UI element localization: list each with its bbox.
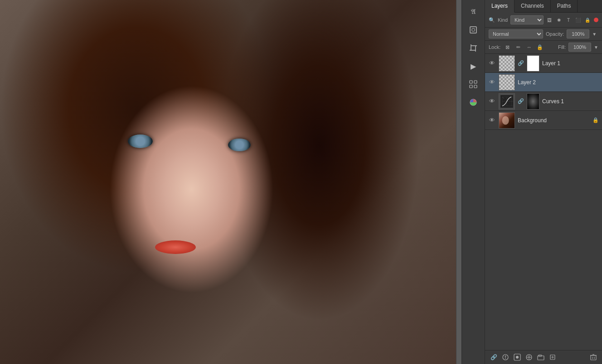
eye-right-decoration xyxy=(228,139,251,151)
add-mask-button[interactable] xyxy=(512,352,522,362)
svg-rect-1 xyxy=(472,29,475,31)
panel-tabs: Layers Channels Paths xyxy=(485,0,602,13)
blend-row: Normal Dissolve Multiply Screen Overlay … xyxy=(485,28,602,41)
layer1-chain-icon: 🔗 xyxy=(518,55,524,72)
blend-mode-select[interactable]: Normal Dissolve Multiply Screen Overlay xyxy=(489,29,543,38)
delete-layer-button[interactable] xyxy=(588,352,598,362)
opacity-input[interactable] xyxy=(567,29,589,38)
layer-list: 👁 🔗 Layer 1 👁 Layer 2 👁 xyxy=(485,54,602,350)
layers-panel: Layers Channels Paths 🔍 Kind Kind 🖼 ✱ T … xyxy=(485,0,602,364)
background-thumbnail xyxy=(499,112,515,129)
fill-label: Fill: xyxy=(558,44,566,50)
layer1-name: Layer 1 xyxy=(542,60,599,67)
layer2-name: Layer 2 xyxy=(518,79,599,86)
photo-canvas xyxy=(0,0,456,364)
grid-tool-icon[interactable] xyxy=(465,76,481,92)
filter-label: Kind xyxy=(498,17,508,23)
new-adjustment-button[interactable] xyxy=(524,352,534,362)
layer-item-layer1[interactable]: 👁 🔗 Layer 1 xyxy=(485,54,602,73)
background-name: Background xyxy=(518,117,589,124)
lock-all-icon[interactable]: 🔒 xyxy=(536,43,544,51)
curves1-chain-icon: 🔗 xyxy=(518,93,524,110)
svg-rect-6 xyxy=(470,81,472,83)
background-visibility-toggle[interactable]: 👁 xyxy=(488,116,496,125)
layer2-thumbnail xyxy=(499,74,515,91)
lock-row: Lock: ⊠ ✏ ↔ 🔒 Fill: ▼ xyxy=(485,41,602,54)
curves1-mask-thumbnail xyxy=(527,93,539,110)
color-tool-icon[interactable] xyxy=(465,94,481,110)
filter-active-dot[interactable] xyxy=(594,18,598,22)
filter-smart-icon[interactable]: 🔒 xyxy=(583,16,592,24)
filter-select[interactable]: Kind xyxy=(510,15,544,24)
curves1-name: Curves 1 xyxy=(542,98,599,105)
tab-channels[interactable]: Channels xyxy=(515,0,551,12)
filter-icons: 🖼 ✱ T ⬛ 🔒 xyxy=(545,16,598,24)
layer-item-curves1[interactable]: 👁 🔗 Curves 1 xyxy=(485,92,602,111)
svg-text:f: f xyxy=(505,354,506,360)
lock-transparent-icon[interactable]: ⊠ xyxy=(503,43,511,51)
shape-tool-icon[interactable] xyxy=(465,22,481,38)
new-group-button[interactable] xyxy=(536,352,546,362)
svg-rect-33 xyxy=(591,355,596,360)
filter-pixel-icon[interactable]: 🖼 xyxy=(545,16,553,24)
svg-rect-7 xyxy=(474,81,477,83)
svg-rect-9 xyxy=(474,85,477,88)
new-layer-button[interactable] xyxy=(548,352,558,362)
link-layers-button[interactable]: 🔗 xyxy=(489,352,499,362)
play-tool-icon[interactable]: ▶ xyxy=(465,58,481,74)
layer1-visibility-toggle[interactable]: 👁 xyxy=(488,59,496,67)
scroll-divider xyxy=(456,0,461,364)
right-panel: 𝔄 ▶ Layers Channels Paths 🔍 Kind Kind xyxy=(461,0,602,364)
layer2-visibility-toggle[interactable]: 👁 xyxy=(488,78,496,86)
opacity-chevron[interactable]: ▼ xyxy=(592,32,597,37)
filter-row: 🔍 Kind Kind 🖼 ✱ T ⬛ 🔒 xyxy=(485,13,602,28)
tab-layers[interactable]: Layers xyxy=(485,0,515,13)
curves1-visibility-toggle[interactable]: 👁 xyxy=(488,97,496,105)
lock-image-icon[interactable]: ✏ xyxy=(514,43,522,51)
filter-shape-icon[interactable]: ⬛ xyxy=(574,16,582,24)
text-tool-icon[interactable]: 𝔄 xyxy=(465,4,481,20)
lips-decoration xyxy=(155,240,196,254)
filter-adjust-icon[interactable]: ✱ xyxy=(555,16,563,24)
canvas-area xyxy=(0,0,456,364)
layer-item-background[interactable]: 👁 xyxy=(485,111,602,130)
svg-point-20 xyxy=(502,116,509,125)
fill-chevron[interactable]: ▼ xyxy=(594,45,598,50)
toolbox: 𝔄 ▶ xyxy=(461,0,485,364)
add-style-button[interactable]: f xyxy=(500,352,510,362)
background-lock-icon: 🔒 xyxy=(592,117,599,124)
svg-rect-8 xyxy=(470,85,472,88)
tab-paths[interactable]: Paths xyxy=(551,0,578,12)
crop-tool-icon[interactable] xyxy=(465,40,481,56)
layer1-thumbnail xyxy=(499,55,515,72)
svg-point-24 xyxy=(516,356,519,359)
layer-bottom-toolbar: 🔗 f xyxy=(485,350,602,364)
curves1-adj-thumbnail xyxy=(499,93,515,110)
layer1-mask-thumbnail xyxy=(527,55,539,72)
svg-rect-0 xyxy=(470,27,476,33)
lock-position-icon[interactable]: ↔ xyxy=(525,43,533,51)
layer-item-layer2[interactable]: 👁 Layer 2 xyxy=(485,73,602,92)
lock-label: Lock: xyxy=(489,44,500,50)
filter-search-icon: 🔍 xyxy=(489,17,495,23)
filter-type-icon[interactable]: T xyxy=(564,16,573,24)
opacity-label: Opacity: xyxy=(546,31,564,37)
fill-input[interactable] xyxy=(568,43,591,52)
